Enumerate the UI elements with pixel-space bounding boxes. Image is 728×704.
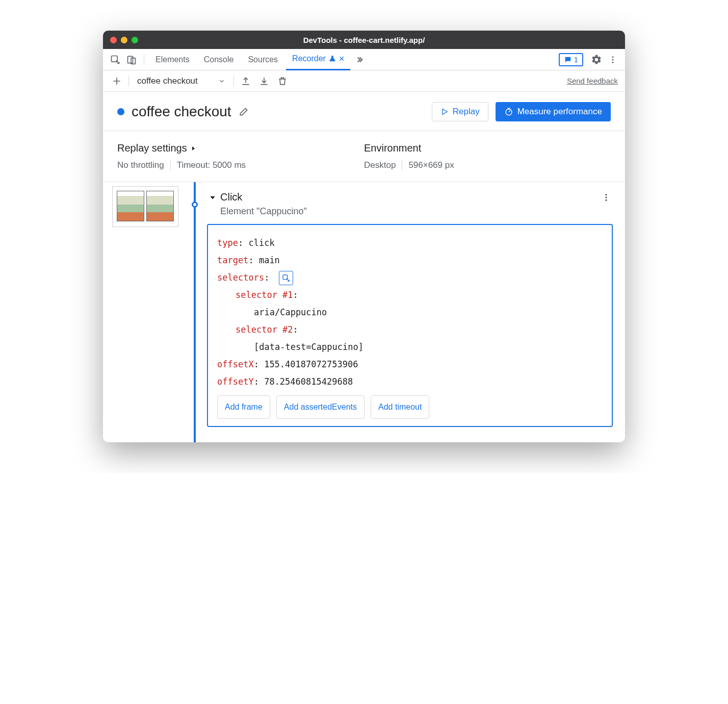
step-column: Click Element "Cappucino" type: click ta… (201, 182, 625, 442)
timeline-marker-icon (192, 202, 198, 208)
kebab-icon[interactable] (606, 53, 620, 67)
window-controls (110, 37, 138, 43)
recording-header: coffee checkout Replay Measure performan… (103, 92, 625, 131)
titlebar: DevTools - coffee-cart.netlify.app/ (103, 31, 625, 49)
replay-settings-heading[interactable]: Replay settings (117, 142, 364, 154)
inspect-icon[interactable] (108, 53, 122, 67)
recording-dot-icon (117, 108, 124, 115)
steps-area: Click Element "Cappucino" type: click ta… (103, 182, 625, 442)
caret-down-icon (209, 194, 216, 201)
import-icon[interactable] (257, 74, 271, 88)
recorder-toolbar: coffee checkout Send feedback (103, 70, 625, 92)
send-feedback-link[interactable]: Send feedback (567, 77, 618, 85)
window-title: DevTools - coffee-cart.netlify.app/ (103, 36, 625, 44)
add-timeout-button[interactable]: Add timeout (371, 395, 429, 419)
timeline (189, 182, 201, 442)
throttling-value: No throttling (117, 160, 164, 170)
replay-button[interactable]: Replay (432, 102, 488, 121)
svg-point-4 (612, 59, 614, 60)
gear-icon[interactable] (589, 53, 604, 67)
add-asserted-events-button[interactable]: Add assertedEvents (276, 395, 365, 419)
divider (144, 54, 144, 65)
divider (128, 76, 129, 87)
step-title: Click (220, 191, 242, 203)
prop-key: type (217, 238, 238, 248)
prop-key: selector #2 (236, 324, 293, 335)
prop-key: selector #1 (236, 290, 293, 300)
devtools-tabbar: Elements Console Sources Recorder × 1 (103, 49, 625, 70)
recording-title: coffee checkout (132, 104, 231, 120)
measure-performance-button[interactable]: Measure performance (496, 102, 611, 121)
selector-value[interactable]: aria/Cappucino (254, 307, 327, 317)
timeout-value: Timeout: 5000 ms (177, 160, 246, 170)
export-icon[interactable] (239, 74, 252, 88)
replay-settings-label: Replay settings (117, 142, 187, 154)
prop-key: offsetX (217, 359, 254, 369)
device-value: Desktop (364, 160, 396, 170)
svg-point-9 (606, 199, 607, 200)
selector-picker-icon[interactable] (279, 271, 293, 285)
edit-title-icon[interactable] (239, 107, 249, 117)
device-toggle-icon[interactable] (124, 53, 139, 67)
caret-right-icon (190, 145, 196, 152)
step-more-icon[interactable] (602, 193, 611, 202)
step-screenshot[interactable] (112, 186, 178, 227)
settings-row: Replay settings No throttling Timeout: 5… (103, 131, 625, 182)
devtools-window: DevTools - coffee-cart.netlify.app/ Elem… (103, 31, 625, 442)
step-subtitle: Element "Cappucino" (220, 206, 613, 217)
divider (402, 160, 402, 170)
tab-label: Recorder (292, 54, 326, 63)
svg-point-8 (606, 196, 607, 198)
step-details: type: click target: main selectors: sele… (207, 224, 613, 427)
prop-value[interactable]: main (259, 255, 280, 265)
prop-key: selectors (217, 272, 264, 283)
issues-count: 1 (574, 55, 578, 64)
thumb-content (146, 191, 174, 221)
recording-select[interactable]: coffee checkout (134, 76, 228, 86)
chevron-down-icon (218, 78, 225, 85)
delete-icon[interactable] (276, 74, 289, 88)
svg-point-5 (612, 61, 614, 63)
svg-point-3 (612, 56, 614, 58)
screenshot-column (112, 182, 189, 442)
recording-select-value: coffee checkout (137, 76, 198, 86)
prop-value[interactable]: click (248, 238, 274, 248)
replay-settings-col: Replay settings No throttling Timeout: 5… (117, 142, 364, 170)
environment-col: Environment Desktop 596×669 px (364, 142, 611, 170)
tab-sources[interactable]: Sources (242, 49, 284, 70)
selector-value[interactable]: [data-test=Cappucino] (254, 342, 363, 352)
prop-key: offsetY (217, 376, 254, 387)
measure-label: Measure performance (517, 107, 602, 117)
replay-label: Replay (453, 107, 480, 117)
prop-key: target (217, 255, 248, 265)
environment-heading: Environment (364, 142, 611, 154)
svg-rect-1 (128, 56, 133, 63)
viewport-value: 596×669 px (408, 160, 454, 170)
add-frame-button[interactable]: Add frame (217, 395, 270, 419)
step-header[interactable]: Click (207, 187, 613, 207)
timeline-line (194, 182, 196, 442)
tab-elements[interactable]: Elements (149, 49, 196, 70)
thumb-content (117, 191, 144, 221)
prop-value[interactable]: 78.25460815429688 (264, 376, 353, 387)
divider (170, 160, 171, 170)
flask-icon (329, 55, 336, 63)
svg-point-7 (606, 194, 607, 195)
divider (233, 76, 234, 87)
minimize-icon[interactable] (121, 37, 127, 43)
close-tab-icon[interactable]: × (339, 54, 345, 64)
issues-button[interactable]: 1 (559, 53, 583, 66)
tab-console[interactable]: Console (198, 49, 240, 70)
new-recording-icon[interactable] (110, 74, 123, 88)
close-icon[interactable] (110, 37, 117, 43)
more-tabs-icon[interactable] (352, 53, 367, 67)
tab-recorder[interactable]: Recorder × (286, 49, 350, 70)
maximize-icon[interactable] (132, 37, 138, 43)
prop-value[interactable]: 155.40187072753906 (264, 359, 358, 369)
